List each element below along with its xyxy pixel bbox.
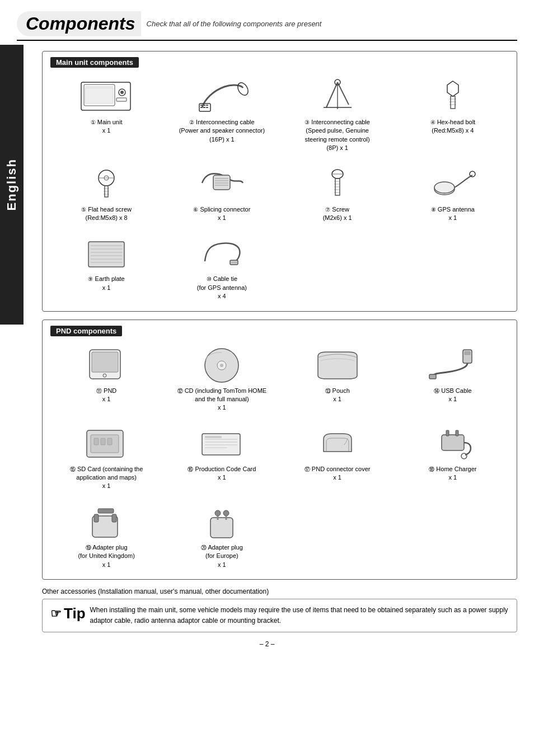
tip-content: When installing the main unit, some vehi… xyxy=(90,605,509,626)
component-label-gps-antenna: ⑧ GPS antennax 1 xyxy=(431,205,475,223)
component-label-screw-flat: ⑤ Flat head screw(Red:M5x8) x 8 xyxy=(81,205,132,223)
svg-rect-80 xyxy=(456,430,458,436)
component-label-adapter-eu: ⑳ Adapter plug(for Europe)x 1 xyxy=(201,543,243,569)
main-unit-section: Main unit components ① Main unit x 1 xyxy=(42,51,517,312)
component-label-cable-tie: ⑩ Cable tie(for GPS antenna) x 4 xyxy=(197,275,247,300)
component-label-screw-small: ⑦ Screw(M2x6) x 1 xyxy=(323,205,352,223)
svg-rect-76 xyxy=(205,436,222,438)
component-earth-plate: ⑨ Earth platex 1 xyxy=(50,230,162,303)
component-gps-antenna: ⑧ GPS antennax 1 xyxy=(397,161,509,225)
component-img-usb-cable xyxy=(425,344,481,384)
component-cable-8p: ③ Interconnecting cable(Speed pulse, Gen… xyxy=(282,73,394,155)
component-connector-cover: ⑰ PND connector coverx 1 xyxy=(282,420,394,493)
sidebar-label: English xyxy=(4,158,19,210)
svg-rect-85 xyxy=(210,518,233,538)
component-img-bolt xyxy=(425,76,481,116)
component-img-earth-plate xyxy=(78,232,134,273)
component-adapter-uk: ⑲ Adapter plug(for United Kingdom)x 1 xyxy=(50,499,162,571)
component-img-pouch xyxy=(310,344,366,384)
svg-rect-84 xyxy=(112,514,116,522)
svg-rect-8 xyxy=(200,105,203,106)
tip-hand-icon: ☞ xyxy=(50,607,62,621)
component-img-screw-flat xyxy=(78,163,134,203)
svg-rect-11 xyxy=(200,107,203,108)
title-background: Components xyxy=(17,11,141,36)
component-img-cable-tie xyxy=(194,232,250,273)
component-usb-cable: ⑭ USB Cablex 1 xyxy=(397,342,509,415)
svg-point-46 xyxy=(434,182,455,193)
component-img-cable-16p xyxy=(194,76,250,116)
tip-box: ☞ Tip When installing the main unit, som… xyxy=(42,599,517,632)
pnd-grid: ⑪ PNDx 1 ⑫ CD (including TomTom HOMEand … xyxy=(50,342,509,572)
page-header: Components Check that all of the followi… xyxy=(17,11,517,41)
svg-rect-82 xyxy=(98,509,114,513)
component-img-main-unit xyxy=(78,76,134,116)
page-title: Components xyxy=(26,13,135,34)
component-img-splicing xyxy=(194,163,250,203)
svg-line-15 xyxy=(326,82,338,107)
component-label-earth-plate: ⑨ Earth platex 1 xyxy=(88,275,124,292)
svg-rect-79 xyxy=(446,430,449,436)
svg-rect-83 xyxy=(94,514,99,522)
svg-rect-6 xyxy=(85,88,113,104)
component-label-cd: ⑫ CD (including TomTom HOMEand the full … xyxy=(177,387,267,412)
svg-rect-4 xyxy=(116,98,127,101)
component-img-connector-cover xyxy=(310,422,366,463)
svg-rect-77 xyxy=(442,435,464,450)
component-label-pnd: ⑪ PNDx 1 xyxy=(96,387,116,404)
svg-line-16 xyxy=(338,82,349,105)
component-main-unit: ① Main unit x 1 xyxy=(50,73,162,155)
tip-section: Other accessories (Installation manual, … xyxy=(42,588,517,632)
svg-rect-12 xyxy=(203,107,205,108)
svg-rect-69 xyxy=(101,438,105,445)
component-img-code-card xyxy=(194,422,250,463)
component-bolt: ④ Hex-head bolt(Red:M5x8) x 4 xyxy=(397,73,509,155)
tip-title: ☞ Tip xyxy=(50,605,86,622)
component-label-code-card: ⑯ Production Code Cardx 1 xyxy=(188,465,256,482)
component-label-sd-card: ⑮ SD Card (containing theapplication and… xyxy=(70,465,143,491)
component-label-cable-8p: ③ Interconnecting cable(Speed pulse, Gen… xyxy=(305,118,370,153)
svg-marker-20 xyxy=(447,81,458,96)
main-unit-section-title: Main unit components xyxy=(50,57,139,68)
sidebar: English xyxy=(0,45,24,325)
svg-rect-10 xyxy=(206,105,208,106)
component-code-card: ⑯ Production Code Cardx 1 xyxy=(166,420,278,493)
component-home-charger: ⑱ Home Chargerx 1 xyxy=(397,420,509,493)
svg-point-47 xyxy=(470,171,475,177)
component-label-adapter-uk: ⑲ Adapter plug(for United Kingdom)x 1 xyxy=(78,543,135,569)
component-label-cable-16p: ② Interconnecting cable(Power and speake… xyxy=(179,118,265,144)
svg-rect-9 xyxy=(203,105,205,106)
component-img-sd-card xyxy=(78,422,134,463)
component-img-pnd xyxy=(78,344,134,384)
svg-point-87 xyxy=(223,510,229,516)
svg-point-62 xyxy=(220,364,223,367)
component-screw-small: ⑦ Screw(M2x6) x 1 xyxy=(282,161,394,225)
svg-point-3 xyxy=(120,91,124,94)
svg-rect-64 xyxy=(465,351,470,355)
component-cd: ⑫ CD (including TomTom HOMEand the full … xyxy=(166,342,278,415)
svg-point-86 xyxy=(215,510,221,516)
component-img-adapter-uk xyxy=(78,501,134,541)
component-screw-flat: ⑤ Flat head screw(Red:M5x8) x 8 xyxy=(50,161,162,225)
component-cable-16p: ② Interconnecting cable(Power and speake… xyxy=(166,73,278,155)
component-cable-tie: ⑩ Cable tie(for GPS antenna) x 4 xyxy=(166,230,278,303)
component-adapter-eu: ⑳ Adapter plug(for Europe)x 1 xyxy=(166,499,278,571)
svg-point-14 xyxy=(236,81,250,97)
component-label-home-charger: ⑱ Home Chargerx 1 xyxy=(429,465,476,482)
svg-rect-32 xyxy=(213,175,230,190)
pnd-section: PND components ⑪ PNDx 1 xyxy=(42,320,517,580)
svg-rect-65 xyxy=(429,374,436,379)
component-label-usb-cable: ⑭ USB Cablex 1 xyxy=(434,387,471,404)
component-label-main-unit: ① Main unit x 1 xyxy=(91,118,123,135)
component-img-cable-8p xyxy=(310,76,366,116)
page-number: – 2 – xyxy=(17,640,517,648)
component-img-adapter-eu xyxy=(194,501,250,541)
component-label-splicing: ⑥ Splicing connectorx 1 xyxy=(193,205,250,223)
component-label-pouch: ⑬ Pouchx 1 xyxy=(325,387,350,404)
component-pouch: ⑬ Pouchx 1 xyxy=(282,342,394,415)
component-img-home-charger xyxy=(425,422,481,463)
component-label-connector-cover: ⑰ PND connector coverx 1 xyxy=(305,465,371,482)
component-pnd: ⑪ PNDx 1 xyxy=(50,342,162,415)
svg-rect-68 xyxy=(94,438,99,445)
component-sd-card: ⑮ SD Card (containing theapplication and… xyxy=(50,420,162,493)
